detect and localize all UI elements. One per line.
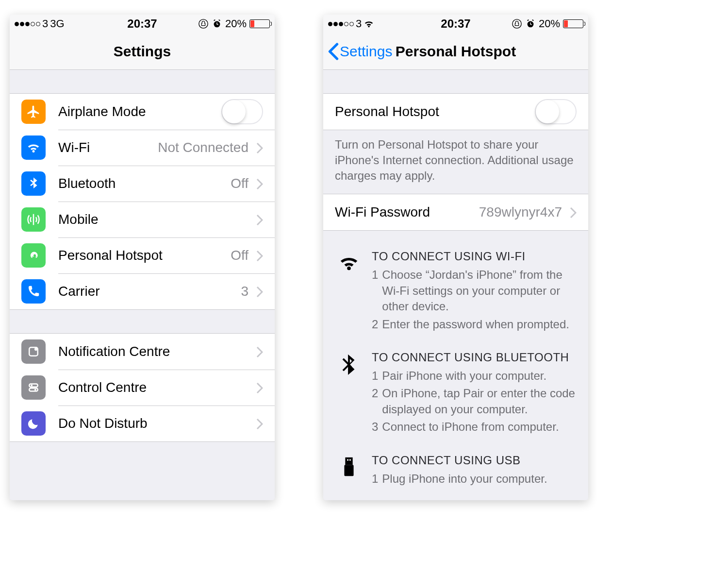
row-label: Do Not Disturb [58,416,148,431]
row-label: Wi-Fi [58,140,90,155]
svg-rect-12 [349,459,351,460]
battery-pct: 20% [225,17,247,30]
instruction-title: TO CONNECT USING USB [372,454,577,467]
chevron-right-icon [256,346,263,357]
svg-point-5 [31,385,33,387]
airplane-toggle[interactable] [221,99,263,124]
battery-pct: 20% [539,17,560,30]
instructions-usb: TO CONNECT USING USB 1Plug iPhone into y… [323,449,588,500]
instruction-step: Enter the password when prompted. [382,317,569,332]
row-value: Not Connected [158,140,251,155]
page-title: Settings [114,43,171,60]
page-title: Personal Hotspot [396,43,516,60]
settings-group-connectivity: Airplane Mode Wi-Fi Not Connected Blueto… [10,93,275,310]
carrier-label: 3 [356,17,362,30]
back-label: Settings [340,43,392,60]
alarm-icon [525,18,536,29]
row-airplane-mode[interactable]: Airplane Mode [10,94,275,130]
row-label: Control Centre [58,380,147,395]
row-label: Personal Hotspot [58,248,163,263]
hotspot-icon [21,243,46,268]
instruction-step: On iPhone, tap Pair or enter the code di… [382,386,577,417]
network-label: 3G [50,17,64,30]
row-mobile[interactable]: Mobile [10,202,275,237]
chevron-right-icon [570,206,577,218]
row-bluetooth[interactable]: Bluetooth Off [10,166,275,202]
instruction-step: Plug iPhone into your computer. [382,471,547,487]
row-label: Wi-Fi Password [335,204,430,220]
svg-rect-13 [344,465,353,476]
row-control-centre[interactable]: Control Centre [10,370,275,406]
chevron-right-icon [256,142,263,153]
svg-point-0 [199,19,208,28]
row-notification-centre[interactable]: Notification Centre [10,334,275,370]
navbar: Settings Personal Hotspot [323,33,588,70]
dnd-icon [21,411,46,436]
chevron-right-icon [256,418,263,429]
navbar: Settings [10,33,275,70]
chevron-right-icon [256,250,263,261]
row-wifi[interactable]: Wi-Fi Not Connected [10,130,275,166]
row-label: Personal Hotspot [335,104,439,119]
battery-icon [563,19,583,28]
personal-hotspot-screen: 3 20:37 20% Settings Personal Hotspot Pe… [323,15,588,500]
instruction-title: TO CONNECT USING BLUETOOTH [372,351,577,364]
chevron-right-icon [256,286,263,297]
wifi-status-icon [364,18,374,29]
notification-icon [21,339,46,364]
row-value: 789wlynyr4x7 [479,204,565,220]
row-personal-hotspot[interactable]: Personal Hotspot Off [10,237,275,273]
svg-rect-6 [29,388,38,391]
row-value: Off [231,176,251,191]
instructions-bluetooth: TO CONNECT USING BLUETOOTH 1Pair iPhone … [323,346,588,449]
alarm-icon [212,18,222,29]
chevron-right-icon [256,178,263,189]
instruction-step: Pair iPhone with your computer. [382,368,546,384]
bluetooth-icon [21,171,46,196]
instruction-step: Choose “Jordan's iPhone” from the Wi-Fi … [382,267,577,314]
row-label: Carrier [58,284,100,299]
orientation-lock-icon [198,18,209,29]
clock: 20:37 [127,17,157,31]
carrier-label: 3 [42,17,48,30]
row-label: Mobile [58,212,98,227]
row-hotspot-toggle[interactable]: Personal Hotspot [323,94,588,130]
svg-point-8 [513,19,521,28]
wifi-icon [338,250,360,334]
orientation-lock-icon [512,18,522,29]
hotspot-toggle[interactable] [535,99,577,124]
row-label: Notification Centre [58,344,170,359]
settings-screen: 3 3G 20:37 20% Settings Airplane Mode Wi… [10,15,275,500]
signal-dots-icon [328,22,354,26]
chevron-right-icon [256,214,263,225]
usb-icon [338,454,360,489]
airplane-icon [21,100,46,124]
svg-point-3 [34,348,37,351]
back-button[interactable]: Settings [328,43,392,60]
svg-rect-10 [345,457,352,464]
row-carrier[interactable]: Carrier 3 [10,273,275,309]
hotspot-description: Turn on Personal Hotspot to share your i… [323,130,588,194]
clock: 20:37 [441,17,470,31]
row-value: 3 [241,284,251,299]
instruction-step: Connect to iPhone from computer. [382,419,559,435]
control-centre-icon [21,375,46,400]
battery-icon [249,19,270,28]
row-do-not-disturb[interactable]: Do Not Disturb [10,406,275,441]
svg-point-7 [34,389,36,391]
instruction-title: TO CONNECT USING WI-FI [372,250,577,263]
status-bar: 3 20:37 20% [323,15,588,33]
row-wifi-password[interactable]: Wi-Fi Password 789wlynyr4x7 [323,194,588,230]
chevron-right-icon [256,382,263,393]
instructions-wifi: TO CONNECT USING WI-FI 1Choose “Jordan's… [323,245,588,346]
row-value: Off [231,248,251,263]
status-bar: 3 3G 20:37 20% [10,15,275,33]
phone-icon [21,279,46,304]
row-label: Bluetooth [58,176,116,191]
row-label: Airplane Mode [58,104,146,119]
settings-group-notifications: Notification Centre Control Centre Do No… [10,333,275,442]
svg-rect-4 [29,384,38,387]
mobile-icon [21,207,46,232]
signal-dots-icon [15,22,40,26]
bluetooth-icon [338,351,360,437]
